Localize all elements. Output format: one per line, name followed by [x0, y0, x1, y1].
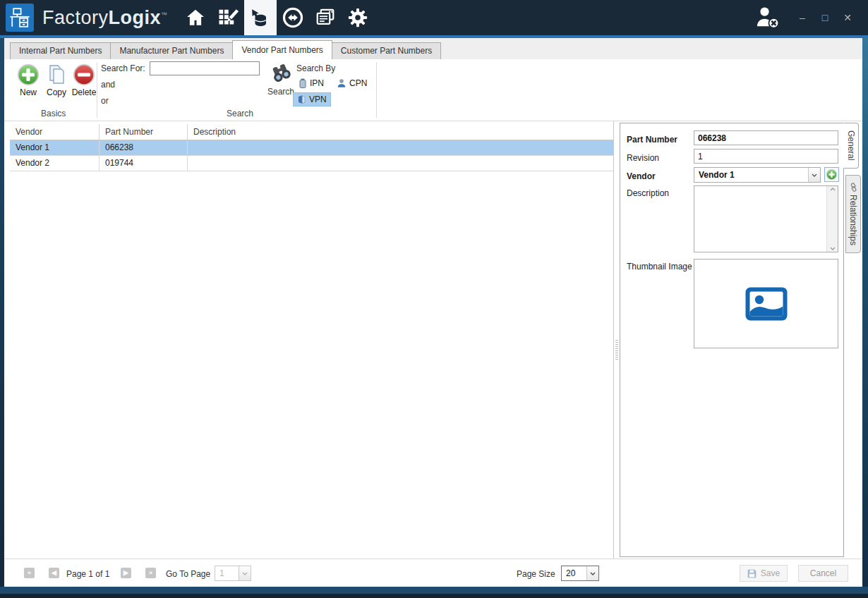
chevron-down-icon	[586, 566, 598, 580]
go-to-page-label: Go To Page	[166, 569, 210, 579]
toolbar-separator	[97, 62, 97, 118]
column-header-vendor[interactable]: Vendor	[10, 124, 100, 140]
description-label: Description	[627, 188, 669, 198]
part-detail-panel: Part Number Revision Vendor Vendor 1 Des…	[620, 123, 844, 557]
part-number-label: Part Number	[627, 135, 677, 145]
content-area: Internal Part Numbers Manufacturer Part …	[4, 38, 862, 587]
transfer-arrows-icon	[282, 7, 303, 28]
tab-strip: Internal Part Numbers Manufacturer Part …	[4, 38, 862, 59]
main-navigation	[179, 0, 374, 35]
save-button[interactable]: Save	[740, 565, 788, 582]
nav-home-button[interactable]	[179, 0, 212, 35]
nav-settings-button[interactable]	[342, 0, 374, 35]
scroll-down-icon	[830, 247, 836, 250]
table-row[interactable]: Vendor 1 066238	[10, 140, 613, 156]
nav-production-button[interactable]	[212, 0, 244, 35]
report-windows-icon	[315, 7, 336, 28]
search-group-label: Search	[227, 109, 253, 118]
page-indicator: Page 1 of 1	[66, 569, 109, 579]
window-frame-bottom	[0, 587, 868, 598]
chevron-down-icon	[808, 168, 820, 182]
tab-internal-part-numbers[interactable]: Internal Part Numbers	[10, 42, 111, 59]
thumbnail-label: Thumbnail Image	[627, 262, 692, 271]
maximize-button[interactable]: □	[820, 13, 830, 23]
titlebar: FactoryLogix™	[0, 0, 868, 35]
vendor-dropdown[interactable]: Vendor 1	[694, 167, 821, 183]
tab-general[interactable]: General	[843, 123, 859, 169]
panel-splitter[interactable]	[614, 121, 620, 559]
app-title: FactoryLogix™	[42, 7, 168, 29]
search-by-label: Search By	[296, 63, 335, 73]
logout-user-button[interactable]	[754, 4, 782, 32]
page-size-label: Page Size	[517, 569, 555, 579]
add-vendor-button[interactable]	[824, 167, 839, 182]
search-button[interactable]: Search	[267, 63, 295, 97]
copy-button[interactable]: Copy	[42, 63, 71, 97]
tab-customer-part-numbers[interactable]: Customer Part Numbers	[332, 42, 441, 59]
chevron-down-icon	[239, 566, 251, 580]
cpn-icon	[337, 78, 346, 88]
description-scrollbar[interactable]	[826, 186, 838, 252]
search-by-vpn-option[interactable]: VPN	[293, 92, 331, 106]
column-header-description[interactable]: Description	[188, 124, 613, 140]
page-size-dropdown[interactable]: 20	[561, 566, 599, 581]
chain-link-icon	[849, 183, 858, 192]
new-button[interactable]: New	[14, 63, 42, 97]
desk-logo-icon	[8, 6, 31, 29]
first-page-button[interactable]: «	[24, 568, 35, 578]
table-header: Vendor Part Number Description	[10, 124, 613, 140]
next-page-button[interactable]: ▶	[121, 568, 131, 578]
splitter-grip-icon	[615, 340, 618, 361]
image-placeholder-icon	[745, 286, 788, 322]
revision-label: Revision	[627, 153, 659, 163]
side-tab-strip: General Relationships	[844, 121, 862, 559]
vendor-label: Vendor	[627, 171, 656, 181]
tab-manufacturer-part-numbers[interactable]: Manufacturer Part Numbers	[110, 42, 233, 59]
app-logo	[6, 4, 34, 32]
last-page-button[interactable]: »	[145, 568, 156, 578]
search-by-cpn-option[interactable]: CPN	[333, 77, 370, 90]
delete-button[interactable]: Delete	[70, 63, 98, 97]
or-label: or	[101, 96, 109, 106]
tab-vendor-part-numbers[interactable]: Vendor Part Numbers	[232, 40, 332, 59]
revision-field[interactable]	[694, 149, 838, 164]
add-plus-icon	[826, 169, 837, 180]
column-header-part-number[interactable]: Part Number	[100, 124, 188, 140]
vpn-icon	[297, 94, 306, 104]
search-by-ipn-option[interactable]: IPN	[295, 77, 327, 90]
ipn-icon	[299, 78, 307, 88]
table-row[interactable]: Vendor 2 019744	[10, 156, 613, 171]
go-to-page-dropdown[interactable]: 1	[215, 566, 251, 581]
binoculars-icon	[270, 63, 292, 84]
main-area: Vendor Part Number Description Vendor 1 …	[4, 121, 862, 559]
bottom-bar: « ◀ Page 1 of 1 ▶ » Go To Page 1 Page Si…	[4, 559, 862, 587]
scroll-up-icon	[830, 188, 836, 191]
delete-minus-icon	[73, 63, 95, 86]
part-number-field[interactable]	[694, 130, 838, 145]
copy-pages-icon	[45, 63, 68, 86]
previous-page-button[interactable]: ◀	[49, 568, 59, 578]
new-plus-icon	[17, 63, 40, 86]
trademark: ™	[161, 11, 168, 18]
ribbon-toolbar: New Copy Delete Basics Search For: and o…	[4, 59, 862, 121]
toolbar-separator	[376, 62, 377, 118]
thumbnail-image-box[interactable]	[694, 259, 838, 348]
and-label: and	[101, 80, 115, 90]
close-button[interactable]: ✕	[843, 13, 852, 23]
material-database-icon	[250, 7, 271, 28]
description-field[interactable]	[694, 185, 838, 252]
vendor-parts-table: Vendor Part Number Description Vendor 1 …	[4, 121, 614, 559]
search-for-label: Search For:	[101, 63, 145, 73]
nav-materials-button[interactable]	[244, 0, 277, 35]
tab-relationships[interactable]: Relationships	[845, 175, 861, 253]
titlebar-right: – □ ✕	[754, 4, 868, 32]
search-input[interactable]	[150, 61, 260, 75]
nav-reports-button[interactable]	[309, 0, 342, 35]
nav-transfer-button[interactable]	[277, 0, 309, 35]
cancel-button[interactable]: Cancel	[798, 565, 848, 582]
minimize-button[interactable]: –	[797, 13, 807, 23]
basics-group-label: Basics	[41, 109, 66, 118]
grid-pencil-icon	[217, 7, 239, 28]
save-floppy-icon	[747, 569, 757, 578]
home-icon	[185, 7, 206, 28]
